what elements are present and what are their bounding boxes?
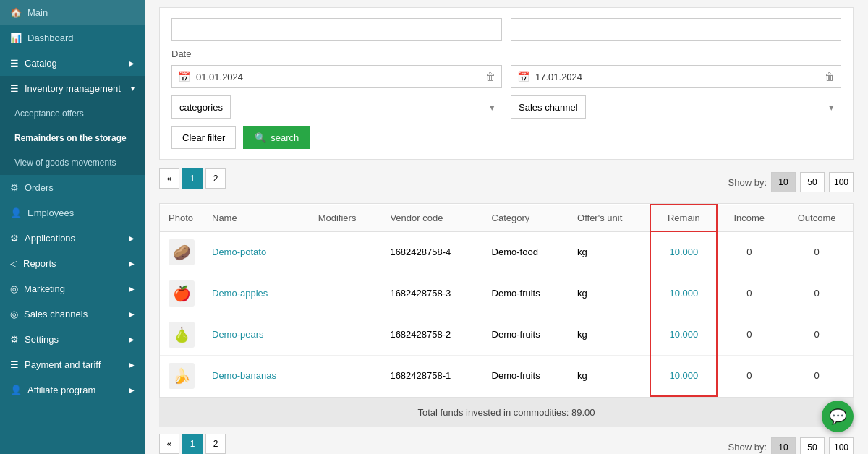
bottom-show-by-section: Show by: 10 50 100 xyxy=(728,437,854,455)
col-income: Income xyxy=(717,205,780,231)
sidebar: 🏠 Main 📊 Dashboard ☰ Catalog ▶ ☰ Invento… xyxy=(0,0,145,454)
cell-modifiers xyxy=(310,355,382,396)
chat-button[interactable]: 💬 xyxy=(822,401,854,432)
cell-modifiers xyxy=(310,231,382,273)
cell-name: Demo-pears xyxy=(203,314,310,355)
chevron-right-icon-reports: ▶ xyxy=(129,260,135,267)
bottom-show-50-button[interactable]: 50 xyxy=(800,437,825,455)
settings-icon: ⚙ xyxy=(10,334,19,345)
sales-channel-select[interactable]: Sales channel xyxy=(511,95,586,119)
sidebar-item-dashboard[interactable]: 📊 Dashboard xyxy=(0,25,145,51)
cell-vendor-code: 1682428758-2 xyxy=(381,314,482,355)
acceptance-offers-label: Acceptance offers xyxy=(14,108,84,119)
product-link[interactable]: Demo-bananas xyxy=(212,370,276,381)
cell-vendor-code: 1682428758-4 xyxy=(381,231,482,273)
show-50-button[interactable]: 50 xyxy=(800,172,825,192)
sidebar-item-remainders[interactable]: Remainders on the storage xyxy=(0,126,145,150)
sidebar-item-inventory[interactable]: ☰ Inventory management ▾ xyxy=(0,76,145,101)
cell-name: Demo-potato xyxy=(203,231,310,273)
chevron-right-icon-affiliate: ▶ xyxy=(129,386,135,394)
table-header-row: Photo Name Modifiers Vendor code Categor… xyxy=(160,205,853,231)
inventory-sub-menu: Acceptance offers Remainders on the stor… xyxy=(0,101,145,175)
show-by-section: Show by: 10 50 100 xyxy=(728,172,854,192)
filter-section: Date 📅 🗑 📅 🗑 categories xyxy=(159,7,854,160)
sidebar-item-payment[interactable]: ☰ Payment and tariff ▶ xyxy=(0,352,145,377)
sidebar-label-affiliate: Affiliate program xyxy=(27,385,95,395)
date-from-group: 📅 🗑 xyxy=(171,65,502,88)
products-table: Photo Name Modifiers Vendor code Categor… xyxy=(160,204,853,397)
page-2-button[interactable]: 2 xyxy=(205,168,226,189)
bottom-prev-page-button[interactable]: « xyxy=(159,434,179,454)
button-row: Clear filter 🔍 search xyxy=(171,126,841,149)
chevron-right-icon-apps: ▶ xyxy=(129,234,135,242)
cell-outcome: 0 xyxy=(780,355,853,396)
sidebar-item-employees[interactable]: 👤 Employees xyxy=(0,200,145,226)
bottom-pagination-row: « 1 2 Show by: 10 50 100 xyxy=(159,427,854,455)
table-row: 🍐 Demo-pears 1682428758-2 Demo-fruits kg… xyxy=(160,314,853,355)
cell-photo: 🥔 xyxy=(160,231,203,273)
show-10-button[interactable]: 10 xyxy=(771,172,796,192)
cell-category: Demo-fruits xyxy=(483,355,569,396)
search-input-right[interactable] xyxy=(511,18,841,41)
catalog-icon: ☰ xyxy=(10,58,19,69)
cell-vendor-code: 1682428758-1 xyxy=(381,355,482,396)
product-link[interactable]: Demo-pears xyxy=(212,329,264,340)
sidebar-label-main: Main xyxy=(27,7,48,18)
cell-outcome: 0 xyxy=(780,314,853,355)
sidebar-item-goods-movements[interactable]: View of goods movements xyxy=(0,150,145,175)
cell-unit: kg xyxy=(569,355,650,396)
sidebar-item-catalog[interactable]: ☰ Catalog ▶ xyxy=(0,51,145,76)
bottom-show-10-button[interactable]: 10 xyxy=(771,437,796,455)
date-from-input[interactable] xyxy=(196,72,480,82)
date-to-clear-icon[interactable]: 🗑 xyxy=(819,71,841,82)
top-filter-row xyxy=(171,18,841,41)
sales-channels-icon: ◎ xyxy=(10,309,18,320)
sidebar-item-affiliate[interactable]: 👤 Affiliate program ▶ xyxy=(0,377,145,403)
bottom-page-2-button[interactable]: 2 xyxy=(205,434,226,454)
date-label: Date xyxy=(171,48,841,59)
sidebar-item-orders[interactable]: ⚙ Orders xyxy=(0,175,145,200)
bottom-show-100-button[interactable]: 100 xyxy=(829,437,854,455)
bottom-show-by-label: Show by: xyxy=(728,442,767,453)
cell-photo: 🍌 xyxy=(160,355,203,396)
date-to-input[interactable] xyxy=(535,72,819,82)
show-100-button[interactable]: 100 xyxy=(829,172,854,192)
product-photo: 🍎 xyxy=(169,280,195,307)
sidebar-label-inventory: Inventory management xyxy=(25,83,121,94)
products-table-wrapper: Photo Name Modifiers Vendor code Categor… xyxy=(159,203,854,398)
sidebar-label-orders: Orders xyxy=(25,182,54,193)
chevron-right-icon-sales: ▶ xyxy=(129,310,135,318)
sidebar-item-marketing[interactable]: ◎ Marketing ▶ xyxy=(0,276,145,301)
product-link[interactable]: Demo-apples xyxy=(212,288,268,299)
sidebar-label-sales-channels: Sales channels xyxy=(24,309,88,320)
table-row: 🥔 Demo-potato 1682428758-4 Demo-food kg … xyxy=(160,231,853,273)
categories-select[interactable]: categories xyxy=(171,95,231,119)
search-button-label: search xyxy=(271,132,299,143)
product-link[interactable]: Demo-potato xyxy=(212,247,266,257)
cell-photo: 🍎 xyxy=(160,273,203,314)
sidebar-label-settings: Settings xyxy=(25,334,59,345)
sidebar-item-settings[interactable]: ⚙ Settings ▶ xyxy=(0,327,145,352)
top-pagination: « 1 2 xyxy=(159,168,226,189)
sidebar-item-main[interactable]: 🏠 Main xyxy=(0,0,145,25)
calendar-to-icon: 📅 xyxy=(511,71,535,82)
cell-income: 0 xyxy=(717,314,780,355)
bottom-page-1-button[interactable]: 1 xyxy=(182,434,203,454)
sidebar-item-acceptance-offers[interactable]: Acceptance offers xyxy=(0,101,145,126)
sidebar-item-reports[interactable]: ◁ Reports ▶ xyxy=(0,251,145,276)
sidebar-item-applications[interactable]: ⚙ Applications ▶ xyxy=(0,226,145,251)
categories-wrapper: categories xyxy=(171,95,502,119)
clear-filter-button[interactable]: Clear filter xyxy=(171,126,236,149)
sidebar-item-sales-channels[interactable]: ◎ Sales channels ▶ xyxy=(0,301,145,327)
product-photo: 🥔 xyxy=(169,239,195,265)
cell-unit: kg xyxy=(569,231,650,273)
search-button[interactable]: 🔍 search xyxy=(243,126,310,149)
prev-page-button[interactable]: « xyxy=(159,168,179,189)
product-photo: 🍐 xyxy=(169,322,195,348)
search-input-left[interactable] xyxy=(171,18,502,41)
cell-photo: 🍐 xyxy=(160,314,203,355)
table-row: 🍌 Demo-bananas 1682428758-1 Demo-fruits … xyxy=(160,355,853,396)
date-from-clear-icon[interactable]: 🗑 xyxy=(480,71,501,82)
chevron-right-icon: ▶ xyxy=(129,59,135,67)
page-1-button[interactable]: 1 xyxy=(182,168,203,189)
